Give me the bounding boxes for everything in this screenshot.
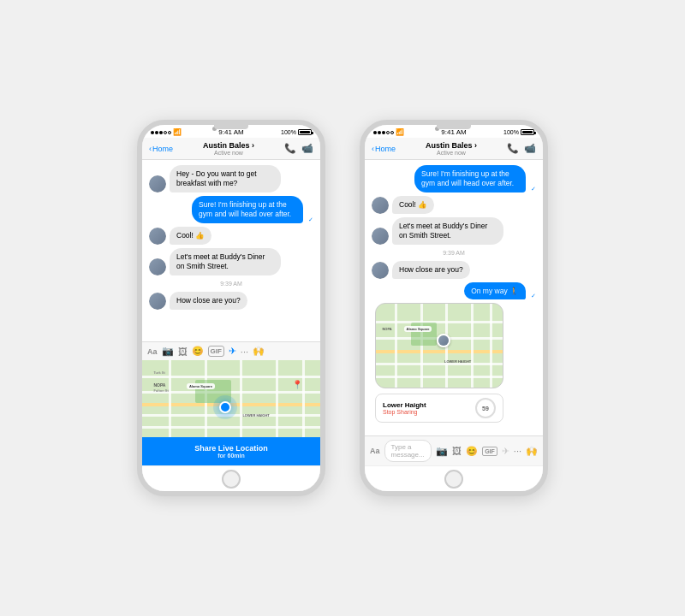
status-time-2: 9:41 AM — [441, 128, 466, 136]
nav-bar-1: ‹ Home Austin Bales › Active now 📞 📹 — [142, 138, 320, 160]
gallery-icon-2[interactable]: 🖼 — [452, 446, 462, 456]
status-right-2: 100% — [503, 129, 534, 135]
emoji-icon-2[interactable]: 😊 — [466, 446, 478, 457]
on-way-text: On my way 🚶 — [471, 287, 519, 295]
back-label-1: Home — [152, 145, 173, 153]
emoji-icon-1[interactable]: 😊 — [192, 346, 204, 357]
nav-actions-2: 📞 📹 — [507, 143, 536, 154]
phone-2: 📶 9:41 AM 100% ‹ Home Austin Bales › Act… — [360, 120, 548, 496]
back-chevron-1: ‹ — [149, 145, 152, 153]
contact-name-2: Austin Bales › — [426, 141, 477, 150]
share-location-button[interactable]: Share Live Location for 60min — [142, 437, 320, 465]
gif-icon-2[interactable]: GIF — [482, 447, 497, 456]
map-area-1: Alamo Square NOPA LOWER HAIGHT Turk St F… — [142, 360, 320, 437]
status-time-1: 9:41 AM — [218, 128, 243, 136]
camera-icon-2[interactable]: 📷 — [436, 446, 448, 457]
map-label-alamo-2: Alamo Square — [404, 326, 432, 332]
bubble-3: Cool! 👍 — [170, 227, 211, 245]
back-label-2: Home — [375, 145, 396, 153]
chat-area-2: Sure! I'm finishing up at the gym and wi… — [365, 160, 543, 435]
avatar-3 — [149, 228, 166, 245]
nav-center-2: Austin Bales › Active now — [426, 141, 477, 156]
dot-3 — [159, 131, 163, 134]
phone-bottom-1 — [142, 465, 320, 491]
camera-notch-2 — [437, 124, 471, 129]
dot-2-5 — [390, 131, 394, 134]
bubble-5: How close are you? — [170, 292, 247, 310]
check-mark-2: ✓ — [308, 216, 313, 223]
video-icon-1[interactable]: 📹 — [301, 143, 313, 154]
battery-fill-2 — [522, 131, 533, 133]
camera-icon-1[interactable]: 📷 — [162, 346, 174, 357]
map-label-turk: Turk St — [151, 370, 167, 376]
home-button-2[interactable] — [444, 470, 463, 489]
message-input-2[interactable]: Type a message... — [384, 440, 432, 462]
wifi-icon-2: 📶 — [396, 128, 404, 136]
input-bar-2: Aa Type a message... 📷 🖼 😊 GIF ✈ ··· 🙌 — [365, 435, 543, 465]
dot-2-3 — [382, 131, 385, 134]
gif-icon-1[interactable]: GIF — [208, 346, 224, 357]
gallery-icon-1[interactable]: 🖼 — [178, 346, 188, 357]
home-button-1[interactable] — [222, 470, 241, 489]
call-icon-1[interactable]: 📞 — [284, 143, 296, 154]
map-label-nopa-2: NOPA — [379, 326, 394, 332]
map-label-lower-haight-2: LOWER HAIGHT — [442, 358, 474, 364]
check-mark-2-5: ✓ — [531, 293, 536, 299]
timestamp-2: 9:39 AM — [372, 250, 536, 256]
avatar-2-2 — [372, 197, 389, 214]
back-button-2[interactable]: ‹ Home — [372, 145, 396, 153]
timestamp-1: 9:39 AM — [149, 281, 313, 287]
msg-row-3: Cool! 👍 — [149, 227, 313, 245]
text-size-icon-2[interactable]: Aa — [370, 447, 380, 455]
hands-icon-2[interactable]: 🙌 — [526, 446, 538, 457]
msg-row-1: Hey - Do you want to get breakfast with … — [149, 165, 313, 192]
back-button-1[interactable]: ‹ Home — [149, 145, 173, 153]
timer-value: 59 — [482, 406, 489, 412]
contact-status-2: Active now — [426, 150, 477, 156]
toolbar-1: Aa 📷 🖼 😊 GIF ✈ ··· 🙌 — [142, 341, 320, 360]
phone-bottom-2 — [365, 465, 543, 491]
back-chevron-2: ‹ — [372, 145, 374, 153]
location-name: Lower Haight — [383, 401, 426, 409]
call-icon-2[interactable]: 📞 — [507, 143, 519, 154]
bubble-2-4: How close are you? — [392, 261, 470, 279]
msg-row-4: Let's meet at Buddy's Diner on Smith Str… — [149, 248, 313, 275]
camera-notch — [214, 124, 248, 129]
send-icon-2[interactable]: ✈ — [502, 446, 509, 457]
status-right-1: 100% — [281, 129, 312, 135]
dot-2-4 — [386, 131, 390, 134]
on-way-bubble: On my way 🚶 — [464, 282, 526, 299]
dot-4 — [164, 131, 167, 134]
input-placeholder-2: Type a message... — [391, 443, 425, 459]
dot-2-2 — [378, 131, 381, 134]
map-label-lower-haight: LOWER HAIGHT — [240, 412, 271, 418]
more-icon-2[interactable]: ··· — [514, 446, 521, 456]
timer-circle: 59 — [475, 398, 496, 418]
battery-percent-1: 100% — [281, 129, 296, 135]
location-card-2: Lower Haight Stop Sharing 59 — [375, 394, 503, 423]
share-btn-label: Share Live Location — [149, 444, 313, 453]
avatar-4 — [149, 258, 166, 275]
more-icon-1[interactable]: ··· — [241, 346, 248, 357]
dot-5 — [168, 131, 171, 134]
text-size-icon[interactable]: Aa — [147, 347, 158, 356]
avatar-2-4 — [372, 262, 389, 279]
status-left-2: 📶 — [373, 128, 404, 136]
chat-area-1: Hey - Do you want to get breakfast with … — [142, 160, 320, 341]
map-label-alamo: Alamo Square — [187, 383, 215, 389]
bubble-2-1: Sure! I'm finishing up at the gym and wi… — [414, 165, 526, 192]
msg-row-2-1: Sure! I'm finishing up at the gym and wi… — [372, 165, 536, 192]
avatar-5 — [149, 293, 166, 310]
msg-row-2: Sure! I'm finishing up at the gym and wi… — [149, 196, 313, 223]
video-icon-2[interactable]: 📹 — [524, 143, 536, 154]
nav-center-1: Austin Bales › Active now — [203, 141, 254, 156]
send-icon-1[interactable]: ✈ — [229, 346, 236, 357]
battery-percent-2: 100% — [503, 129, 519, 135]
dot-2-1 — [373, 131, 377, 134]
stop-sharing-label[interactable]: Stop Sharing — [383, 409, 426, 415]
signal-dots-2 — [373, 131, 394, 134]
msg-row-2-5: On my way 🚶 ✓ — [372, 282, 536, 299]
map-bubble-2: Alamo Square NOPA LOWER HAIGHT — [375, 303, 503, 388]
hands-icon-1[interactable]: 🙌 — [253, 346, 265, 357]
dot-2 — [155, 131, 158, 134]
